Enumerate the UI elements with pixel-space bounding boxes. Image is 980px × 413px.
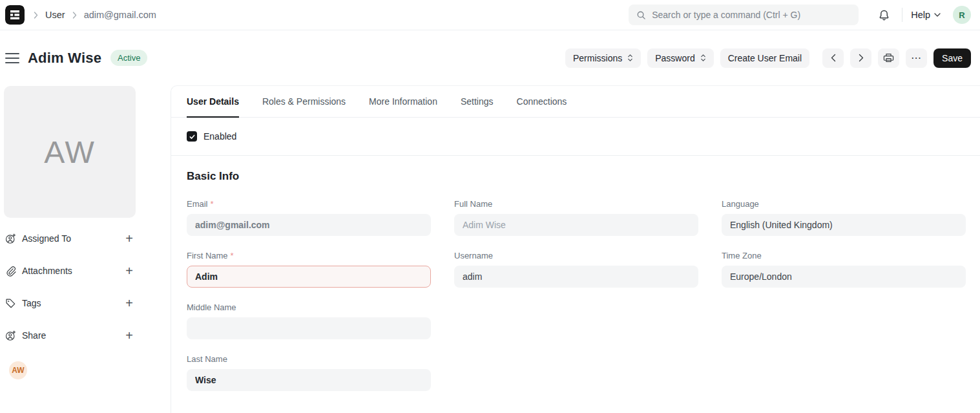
enabled-row: Enabled xyxy=(171,118,980,156)
field-middle-name: Middle Name xyxy=(187,302,431,339)
tab-user-details[interactable]: User Details xyxy=(187,86,239,117)
chevron-right-icon xyxy=(34,12,38,19)
username-label: Username xyxy=(454,251,493,260)
previous-document-button[interactable] xyxy=(822,48,844,68)
sidebar-toggle-icon[interactable] xyxy=(5,52,19,65)
language-input[interactable] xyxy=(722,214,966,236)
username-input[interactable] xyxy=(454,266,698,288)
notifications-bell-icon[interactable] xyxy=(874,5,893,25)
field-email: Email * xyxy=(187,199,431,236)
sidebar-item-assigned-to: Assigned To + xyxy=(5,232,133,245)
full-name-label: Full Name xyxy=(454,199,492,209)
tab-more-information[interactable]: More Information xyxy=(369,86,437,117)
breadcrumb-user[interactable]: User xyxy=(45,10,65,20)
sidebar-item-label: Attachments xyxy=(22,266,72,276)
email-input[interactable] xyxy=(187,214,431,236)
field-last-name: Last Name xyxy=(187,354,431,391)
permissions-label: Permissions xyxy=(573,53,622,63)
sidebar-item-label: Tags xyxy=(22,298,41,308)
add-assignment-button[interactable]: + xyxy=(125,233,133,244)
language-label: Language xyxy=(722,199,759,209)
time-zone-input[interactable] xyxy=(722,266,966,288)
select-updown-icon xyxy=(627,54,633,62)
paperclip-icon xyxy=(5,266,16,277)
viewer-avatar[interactable]: AW xyxy=(9,361,27,379)
search-icon xyxy=(636,10,646,20)
create-user-email-button[interactable]: Create User Email xyxy=(720,48,809,68)
navbar-right: Search or type a command (Ctrl + G) Help… xyxy=(629,5,971,25)
print-button[interactable] xyxy=(878,48,899,68)
global-search-input[interactable]: Search or type a command (Ctrl + G) xyxy=(629,5,859,25)
sidebar-item-share: Share + xyxy=(5,329,133,342)
required-marker: * xyxy=(231,251,234,260)
checkmark-icon xyxy=(189,133,196,140)
profile-image-placeholder[interactable]: AW xyxy=(4,86,136,218)
user-avatar[interactable]: R xyxy=(953,6,971,24)
sidebar-item-label: Assigned To xyxy=(22,233,71,244)
breadcrumb: User adim@gmail.com xyxy=(34,10,156,20)
full-name-input[interactable] xyxy=(454,214,698,236)
middle-name-label: Middle Name xyxy=(187,302,236,312)
app-logo-icon[interactable] xyxy=(5,5,25,25)
section-title: Basic Info xyxy=(187,170,966,183)
last-name-input[interactable] xyxy=(187,369,431,391)
menu-ellipsis-button[interactable]: ⋯ xyxy=(906,48,927,68)
add-share-button[interactable]: + xyxy=(125,330,133,341)
search-placeholder: Search or type a command (Ctrl + G) xyxy=(652,10,800,20)
email-label: Email xyxy=(187,199,208,209)
form-column-1: Email * First Name * M xyxy=(187,199,431,406)
tag-icon xyxy=(5,298,16,309)
middle-name-input[interactable] xyxy=(187,317,431,339)
field-username: Username xyxy=(454,251,698,288)
sidebar-item-attachments: Attachments + xyxy=(5,264,133,277)
password-label: Password xyxy=(655,53,694,63)
add-attachment-button[interactable]: + xyxy=(125,265,133,277)
tab-settings[interactable]: Settings xyxy=(461,86,494,117)
form-column-2: Full Name Username xyxy=(454,199,698,406)
password-button[interactable]: Password xyxy=(647,48,713,68)
form-main-panel: User Details Roles & Permissions More In… xyxy=(171,85,980,413)
header-actions: Permissions Password Create User Email ⋯… xyxy=(565,48,971,68)
page-header: Adim Wise Active Permissions Password Cr… xyxy=(0,30,980,85)
field-time-zone: Time Zone xyxy=(722,251,966,288)
create-user-email-label: Create User Email xyxy=(728,53,802,63)
select-updown-icon xyxy=(700,54,706,62)
add-tag-button[interactable]: + xyxy=(125,297,133,309)
enabled-label: Enabled xyxy=(203,131,236,142)
required-marker: * xyxy=(211,199,214,209)
breadcrumb-current[interactable]: adim@gmail.com xyxy=(84,10,156,20)
tab-roles-permissions[interactable]: Roles & Permissions xyxy=(262,86,346,117)
chevron-right-icon xyxy=(859,54,864,62)
assign-user-plus-icon xyxy=(5,233,16,244)
sidebar-item-tags: Tags + xyxy=(5,297,133,310)
permissions-button[interactable]: Permissions xyxy=(565,48,641,68)
help-label: Help xyxy=(911,10,930,20)
tab-connections[interactable]: Connections xyxy=(517,86,567,117)
last-name-label: Last Name xyxy=(187,354,227,364)
chevron-left-icon xyxy=(831,54,836,62)
first-name-input[interactable] xyxy=(187,266,431,288)
form-body: Basic Info Email * First Name * xyxy=(171,156,980,413)
printer-icon xyxy=(883,52,894,63)
enabled-checkbox[interactable] xyxy=(187,131,197,142)
field-language: Language xyxy=(722,199,966,236)
form-sidebar: AW Assigned To + Attachments + xyxy=(0,85,171,413)
save-button[interactable]: Save xyxy=(933,48,971,68)
chevron-down-icon xyxy=(934,13,941,17)
status-badge: Active xyxy=(110,50,147,66)
divider xyxy=(902,8,902,22)
help-menu[interactable]: Help xyxy=(911,10,941,20)
form-tabs: User Details Roles & Permissions More In… xyxy=(171,86,980,118)
field-first-name: First Name * xyxy=(187,251,431,288)
field-full-name: Full Name xyxy=(454,199,698,236)
first-name-label: First Name xyxy=(187,251,228,260)
chevron-right-icon xyxy=(72,12,77,19)
navbar: User adim@gmail.com Search or type a com… xyxy=(0,0,980,30)
time-zone-label: Time Zone xyxy=(722,251,762,260)
next-document-button[interactable] xyxy=(850,48,871,68)
sidebar-item-label: Share xyxy=(22,330,46,341)
form-column-3: Language Time Zone xyxy=(722,199,966,406)
share-user-plus-icon xyxy=(5,330,16,341)
page-title: Adim Wise xyxy=(28,50,101,67)
content: AW Assigned To + Attachments + xyxy=(0,85,980,413)
